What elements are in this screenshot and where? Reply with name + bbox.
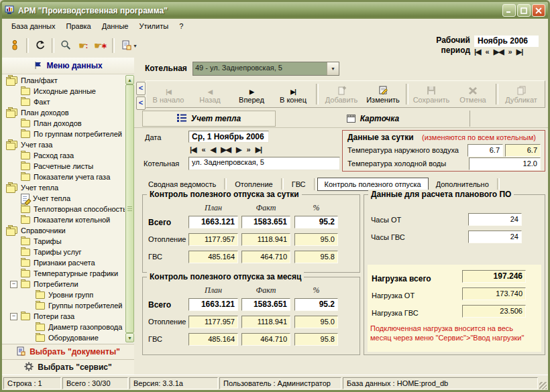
air-temp-field-1[interactable]: 6.7 — [468, 144, 503, 157]
heating-plan-field-month[interactable]: 1177.957 — [188, 316, 238, 328]
tree-item-pipe-diameter[interactable]: Диаметр газопровода — [3, 322, 125, 332]
tree-item-consumer-groups-report[interactable]: По группам потребителей — [3, 129, 125, 139]
gvs-fact-field[interactable]: 464.710 — [241, 251, 290, 263]
collapse-left-icon[interactable]: < — [136, 96, 146, 110]
working-period-value[interactable]: Ноябрь 2006 — [474, 36, 539, 47]
date-next-button[interactable]: ▶ — [236, 145, 241, 154]
heating-plan-field[interactable]: 1177.957 — [188, 233, 238, 246]
heating-fact-field[interactable]: 1118.941 — [241, 233, 290, 246]
tree-item-tariffs[interactable]: Тарифы — [3, 236, 125, 247]
tree-item-directories[interactable]: Справочники — [3, 225, 125, 236]
combo-dropdown-button[interactable]: ▼ — [327, 62, 339, 75]
tree-item-income-plan[interactable]: План доходов — [3, 107, 125, 118]
tree-item-income-plan-sub[interactable]: План доходов — [3, 118, 125, 129]
record-add-button[interactable]: Добавить — [321, 82, 362, 107]
total-plan-field-month[interactable]: 1663.121 — [188, 298, 238, 311]
boiler-field[interactable]: ул. Заднепровская, 5 — [188, 157, 340, 170]
tree-item-gas-losses[interactable]: −Потери газа — [3, 311, 125, 322]
menu-item-utilities[interactable]: Утилиты — [133, 21, 174, 31]
minimize-button[interactable] — [502, 4, 516, 17]
total-fact-field-month[interactable]: 1583.651 — [241, 298, 290, 311]
record-edit-button[interactable]: Изменить — [362, 82, 404, 107]
tree-item-gas-indicators[interactable]: Показатели учета газа — [3, 172, 125, 182]
collapse-minus-icon[interactable]: − — [10, 313, 17, 320]
gvs-pct-field-month[interactable]: 95.8 — [294, 333, 338, 346]
date-fast-prev-button[interactable]: « — [202, 145, 205, 154]
heating-fact-field-month[interactable]: 1118.941 — [241, 316, 290, 328]
collapse-left-icon[interactable]: < — [136, 82, 146, 95]
date-prev-button[interactable]: ◀ — [211, 145, 215, 154]
record-forward-button[interactable]: ▶Вперед — [231, 82, 272, 107]
menu-item-help[interactable]: ? — [174, 21, 188, 31]
tree-item-heat-accounting-selected[interactable]: Учет тепла — [3, 193, 125, 204]
tree-item-group-levels[interactable]: Уровни групп — [3, 289, 125, 300]
tree-item-temperature-charts[interactable]: Температурные графики — [3, 268, 125, 279]
date-first-button[interactable]: |◀ — [190, 145, 197, 154]
record-first-button[interactable]: |◀В начало — [148, 82, 189, 107]
tree-item-calculation-sheets[interactable]: Расчетные листы — [3, 161, 125, 172]
water-temp-field[interactable]: 12.0 — [469, 157, 541, 170]
gvs-pct-field[interactable]: 95.8 — [294, 251, 338, 263]
period-next-button[interactable]: » — [508, 48, 512, 56]
tree-item-gas-accounting[interactable]: Учет газа — [3, 139, 125, 150]
total-plan-field[interactable]: 1663.121 — [188, 216, 238, 228]
record-save-button[interactable]: Сохранить — [410, 82, 452, 107]
total-fact-field[interactable]: 1583.651 — [241, 216, 290, 228]
goto-marked-button[interactable]: ☛∗ — [92, 37, 109, 54]
collapse-minus-icon[interactable]: − — [10, 281, 17, 288]
tree-item-consumers[interactable]: −Потребители — [3, 279, 125, 289]
tree-item-equipment[interactable]: Оборудование — [3, 332, 125, 342]
air-temp-field-2[interactable]: 6.7 — [505, 144, 541, 157]
tree-item-heat-accounting[interactable]: Учет тепла — [3, 182, 125, 193]
close-button[interactable] — [532, 4, 545, 17]
hours-gvs-field[interactable]: 24 — [468, 231, 522, 243]
load-gvs-field[interactable]: 23.506 — [462, 305, 526, 318]
subtab-gvs[interactable]: ГВС — [284, 178, 313, 191]
period-prev-button[interactable]: « — [486, 48, 489, 56]
tab-heat-accounting[interactable]: Учет тепла — [142, 111, 276, 127]
scroll-up-button[interactable]: ▲ — [125, 75, 134, 84]
menu-item-database[interactable]: База данных — [6, 21, 61, 31]
tree-item-consumer-groups[interactable]: Группы потребителей — [3, 300, 125, 311]
reports-button[interactable]: ▼ — [117, 37, 142, 54]
heating-pct-field[interactable]: 95.0 — [294, 233, 338, 246]
tree-item-service-tariffs[interactable]: Тарифы услуг — [3, 247, 125, 257]
record-back-button[interactable]: ◀Назад — [189, 82, 231, 107]
search-button[interactable] — [57, 37, 74, 54]
choose-service-button[interactable]: Выбрать "сервис" — [2, 359, 134, 375]
hours-ot-field[interactable]: 24 — [468, 213, 522, 226]
gvs-plan-field[interactable]: 485.164 — [188, 251, 238, 263]
refresh-button[interactable] — [32, 37, 49, 54]
scroll-thumb[interactable] — [125, 84, 134, 333]
boiler-select-combo[interactable]: 49 - ул. Заднепровская, 5 ▼ — [192, 62, 339, 76]
tree-item-fact[interactable]: Факт — [3, 96, 125, 107]
scroll-down-button[interactable]: ▼ — [125, 333, 134, 342]
tree-item-plan-fact[interactable]: План/факт — [3, 75, 125, 86]
tree-item-source-data[interactable]: Исходные данные — [3, 86, 125, 96]
date-field[interactable]: Ср, 1 Ноябрь 2006 — [188, 131, 269, 143]
subtab-additional[interactable]: Дополнительно — [429, 178, 496, 191]
tree-item-calc-signs[interactable]: Признаки расчета — [3, 257, 125, 268]
date-last-button[interactable]: ▶| — [256, 145, 262, 154]
maximize-button[interactable] — [517, 4, 531, 17]
record-last-button[interactable]: ▶|В конец — [272, 82, 314, 107]
period-first-button[interactable]: |◀ — [474, 48, 481, 56]
tree-item-gas-consumption[interactable]: Расход газа — [3, 150, 125, 161]
load-ot-field[interactable]: 173.740 — [462, 287, 526, 300]
date-today-button[interactable]: ▶◀ — [221, 145, 231, 154]
gvs-plan-field-month[interactable]: 485.164 — [188, 333, 238, 346]
tab-card[interactable]: Карточка — [276, 111, 470, 127]
period-current-button[interactable]: ▶◀ — [494, 48, 504, 56]
gvs-fact-field-month[interactable]: 464.710 — [241, 333, 290, 346]
load-total-field[interactable]: 197.246 — [462, 270, 526, 283]
menu-item-data[interactable]: Данные — [97, 21, 134, 31]
goto-record-button[interactable]: ☛: — [74, 37, 92, 54]
choose-documents-button[interactable]: Выбрать "документы" — [2, 344, 134, 359]
total-pct-field-month[interactable]: 95.2 — [294, 298, 338, 311]
total-pct-field[interactable]: 95.2 — [294, 216, 338, 228]
date-fast-next-button[interactable]: » — [247, 145, 250, 154]
subtab-summary[interactable]: Сводная ведомость — [141, 178, 223, 191]
heating-pct-field-month[interactable]: 95.0 — [294, 316, 338, 328]
menu-item-edit[interactable]: Правка — [61, 21, 97, 31]
sidebar-scrollbar[interactable]: ▲ ▼ — [125, 75, 134, 342]
